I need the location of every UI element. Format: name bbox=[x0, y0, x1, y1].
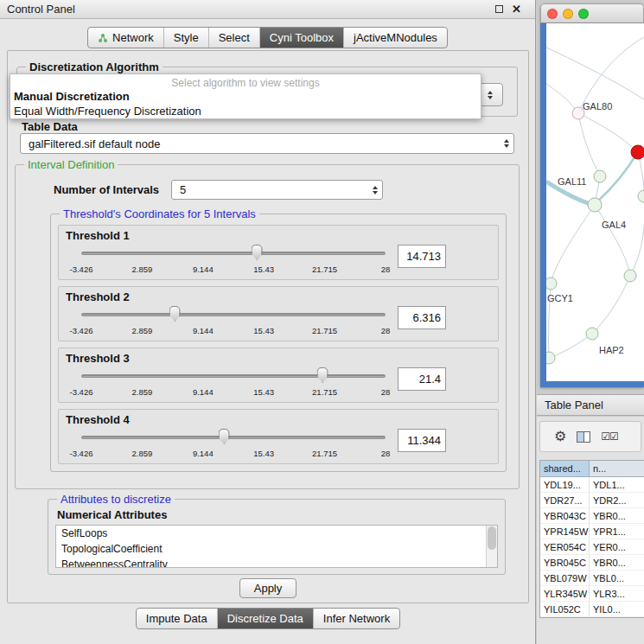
cell-shared-name[interactable]: YBR043C bbox=[540, 508, 590, 523]
table-row[interactable]: YBR045C YBR0... bbox=[540, 555, 644, 571]
list-item[interactable]: SelfLoops bbox=[56, 526, 497, 541]
close-icon[interactable]: ✕ bbox=[512, 3, 521, 15]
cell-name[interactable]: YBL0... bbox=[590, 571, 644, 585]
node[interactable] bbox=[546, 352, 555, 364]
table-row[interactable]: YPR145W YPR1... bbox=[540, 524, 644, 539]
node[interactable] bbox=[638, 190, 644, 202]
top-tabbar: Network Style Select Cyni Toolbox jActiv… bbox=[0, 27, 535, 48]
cell-name[interactable]: YDL1... bbox=[590, 477, 644, 492]
zoom-traffic-light[interactable] bbox=[578, 9, 589, 19]
threshold-panel-4: Threshold 4 -3.426 2.859 9.144 15.43 21.… bbox=[58, 409, 499, 464]
table-columns-icon[interactable] bbox=[577, 431, 590, 443]
cell-name[interactable]: YIL0... bbox=[590, 602, 644, 616]
threshold-value-field[interactable] bbox=[398, 245, 446, 268]
tab-label: Cyni Toolbox bbox=[270, 31, 334, 44]
slider-thumb[interactable] bbox=[219, 429, 230, 444]
scale-label: -3.426 bbox=[70, 387, 93, 397]
threshold-panel-2: Threshold 2 -3.426 2.859 9.144 15.43 21.… bbox=[58, 286, 499, 341]
cell-shared-name[interactable]: YBR045C bbox=[540, 555, 590, 570]
slider-track[interactable] bbox=[81, 313, 386, 316]
number-of-intervals-dropdown[interactable]: 5 bbox=[171, 180, 383, 200]
tab-network[interactable]: Network bbox=[88, 28, 163, 48]
table-data-dropdown[interactable]: galFiltered.sif default node bbox=[20, 133, 514, 154]
list-scrollbar[interactable] bbox=[486, 526, 497, 567]
scrollbar-thumb[interactable] bbox=[488, 526, 496, 550]
cell-shared-name[interactable]: YLR345W bbox=[540, 586, 590, 601]
table-column-headers: shared... n... bbox=[540, 461, 644, 477]
close-traffic-light[interactable] bbox=[547, 9, 558, 19]
tab-label: Discretize Data bbox=[227, 612, 303, 625]
tab-select[interactable]: Select bbox=[208, 28, 259, 48]
node-gal4[interactable] bbox=[588, 198, 602, 212]
threshold-slider[interactable]: -3.426 2.859 9.144 15.43 21.715 28 bbox=[80, 243, 387, 276]
threshold-value-field[interactable] bbox=[398, 367, 446, 391]
number-of-intervals-value: 5 bbox=[180, 183, 186, 196]
slider-thumb[interactable] bbox=[317, 367, 328, 383]
scale-label: -3.426 bbox=[70, 326, 93, 335]
tab-style[interactable]: Style bbox=[163, 28, 208, 48]
scale-label: 2.859 bbox=[132, 387, 153, 397]
tab-discretize-data[interactable]: Discretize Data bbox=[217, 609, 313, 628]
column-header-shared-name[interactable]: shared... bbox=[540, 461, 590, 476]
scale-label: 21.715 bbox=[312, 387, 337, 397]
tab-jactivemnodules[interactable]: jActiveMNodules bbox=[343, 28, 447, 48]
node-gcy1[interactable] bbox=[546, 277, 557, 290]
table-row[interactable]: YLR345W YLR3... bbox=[540, 586, 644, 602]
right-column: GAL80 GAL11 GAL4 GCY1 HAP2 Table Panel ⚙… bbox=[537, 0, 644, 644]
cell-name[interactable]: YBR0... bbox=[590, 555, 644, 570]
table-panel-toolbar: ⚙ ☑☑ bbox=[539, 421, 641, 452]
select-all-checkboxes-icon[interactable]: ☑☑ bbox=[601, 431, 618, 442]
apply-button[interactable]: Apply bbox=[239, 578, 296, 598]
threshold-panel-1: Threshold 1 -3.426 2.859 9.144 15.43 21.… bbox=[58, 225, 499, 280]
table-row[interactable]: YBR043C YBR0... bbox=[540, 508, 644, 524]
minimize-traffic-light[interactable] bbox=[563, 9, 573, 19]
cell-name[interactable]: YBR0... bbox=[590, 508, 644, 523]
slider-thumb[interactable] bbox=[252, 245, 263, 260]
network-nodes[interactable] bbox=[546, 107, 644, 364]
list-item[interactable]: BetweennessCentrality bbox=[56, 557, 497, 568]
cell-name[interactable]: YDR2... bbox=[590, 493, 644, 507]
node-hap2[interactable] bbox=[586, 328, 598, 340]
table-panel-header: Table Panel bbox=[537, 394, 644, 416]
node[interactable] bbox=[594, 170, 606, 182]
tab-impute-data[interactable]: Impute Data bbox=[137, 609, 217, 628]
threshold-value-field[interactable] bbox=[398, 306, 446, 329]
slider-thumb[interactable] bbox=[169, 306, 181, 322]
scale-label: 2.859 bbox=[132, 265, 153, 274]
scale-label: 15.43 bbox=[253, 387, 274, 397]
cell-shared-name[interactable]: YER054C bbox=[540, 539, 590, 554]
list-item[interactable]: TopologicalCoefficient bbox=[56, 541, 497, 557]
tab-infer-network[interactable]: Infer Network bbox=[313, 609, 399, 628]
float-window-icon[interactable] bbox=[495, 5, 503, 13]
column-header-name[interactable]: n... bbox=[590, 461, 644, 476]
cell-shared-name[interactable]: YBL079W bbox=[540, 571, 590, 585]
node[interactable] bbox=[624, 270, 636, 282]
cell-name[interactable]: YPR1... bbox=[590, 524, 644, 539]
slider-track[interactable] bbox=[81, 252, 386, 255]
table-row[interactable]: YDL19... YDL1... bbox=[540, 477, 644, 493]
threshold-slider[interactable]: -3.426 2.859 9.144 15.43 21.715 28 bbox=[80, 304, 387, 337]
popup-option-manual-discretization[interactable]: Manual Discretization bbox=[10, 89, 481, 104]
cell-shared-name[interactable]: YIL052C bbox=[540, 602, 590, 616]
cell-shared-name[interactable]: YPR145W bbox=[540, 524, 590, 539]
cell-shared-name[interactable]: YDR27... bbox=[540, 493, 590, 507]
table-row[interactable]: YBL079W YBL0... bbox=[540, 571, 644, 586]
tab-cyni-toolbox[interactable]: Cyni Toolbox bbox=[259, 28, 343, 48]
cell-name[interactable]: YER0... bbox=[590, 539, 644, 554]
network-canvas[interactable]: GAL80 GAL11 GAL4 GCY1 HAP2 bbox=[546, 23, 644, 381]
threshold-value-field[interactable] bbox=[398, 429, 446, 452]
scale-label: 28 bbox=[381, 387, 391, 397]
threshold-slider[interactable]: -3.426 2.859 9.144 15.43 21.715 28 bbox=[80, 366, 387, 399]
cell-shared-name[interactable]: YDL19... bbox=[540, 477, 590, 492]
slider-track[interactable] bbox=[81, 436, 386, 439]
gear-icon[interactable]: ⚙ bbox=[554, 430, 566, 443]
table-row[interactable]: YDR27... YDR2... bbox=[540, 493, 644, 508]
stepper-up-icon bbox=[488, 91, 493, 94]
popup-option-equal-width-frequency[interactable]: Equal Width/Frequency Discretization bbox=[10, 104, 481, 118]
threshold-slider[interactable]: -3.426 2.859 9.144 15.43 21.715 28 bbox=[80, 427, 387, 460]
cell-name[interactable]: YLR3... bbox=[590, 586, 644, 601]
slider-track[interactable] bbox=[81, 374, 386, 378]
table-row[interactable]: YIL052C YIL0... bbox=[540, 602, 644, 617]
node-selected-red[interactable] bbox=[631, 145, 644, 159]
table-row[interactable]: YER054C YER0... bbox=[540, 539, 644, 555]
